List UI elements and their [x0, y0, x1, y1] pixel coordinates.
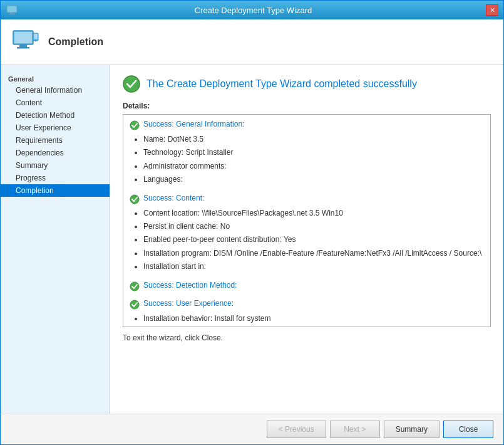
- svg-rect-4: [14, 32, 32, 43]
- sidebar: General General Information Content Dete…: [1, 65, 110, 414]
- sidebar-group-general: General: [1, 73, 110, 84]
- details-box[interactable]: Success: General Information: Name: DotN…: [123, 114, 491, 327]
- window-body: Completion General General Information C…: [1, 19, 503, 444]
- title-bar: Create Deployment Type Wizard ✕: [1, 1, 503, 19]
- success-icon-content: [130, 194, 140, 204]
- user-exp-success-line: Success: User Experience:: [130, 299, 484, 310]
- content-label: Success: Content:: [143, 194, 204, 202]
- general-info-label: Success: General Information:: [143, 120, 244, 128]
- success-icon-large: [123, 75, 140, 93]
- sidebar-item-user-experience[interactable]: User Experience: [1, 122, 110, 134]
- content-bullets: Content location: \\file\SourceFiles\Pac…: [143, 207, 484, 273]
- close-button[interactable]: ✕: [486, 4, 498, 16]
- svg-rect-0: [7, 6, 17, 13]
- bullet-install-program: Installation program: DISM /Online /Enab…: [143, 247, 484, 259]
- sidebar-item-progress[interactable]: Progress: [1, 172, 110, 184]
- detection-label: Success: Detection Method:: [143, 281, 237, 290]
- bullet-install-behavior: Installation behavior: Install for syste…: [143, 312, 484, 325]
- svg-rect-6: [17, 47, 29, 49]
- user-exp-label: Success: User Experience:: [143, 299, 234, 308]
- success-header: The Create Deployment Type Wizard comple…: [123, 75, 491, 93]
- svg-point-9: [35, 40, 36, 41]
- detail-section-user-exp: Success: User Experience: Installation b…: [130, 299, 484, 327]
- svg-point-10: [123, 76, 140, 92]
- svg-rect-5: [19, 45, 27, 47]
- footer: < Previous Next > Summary Close: [1, 414, 503, 444]
- next-button[interactable]: Next >: [330, 421, 380, 438]
- svg-rect-8: [34, 34, 38, 39]
- main-content: General General Information Content Dete…: [1, 65, 503, 414]
- bullet-name: Name: DotNet 3.5: [143, 133, 484, 145]
- bullet-persist-cache: Persist in client cache: No: [143, 220, 484, 233]
- bullet-technology: Technology: Script Installer: [143, 146, 484, 159]
- sidebar-item-requirements[interactable]: Requirements: [1, 134, 110, 147]
- header-section: Completion: [1, 19, 503, 65]
- sidebar-item-completion[interactable]: Completion: [1, 184, 110, 197]
- general-info-success-line: Success: General Information:: [130, 120, 484, 130]
- detection-success-line: Success: Detection Method:: [130, 281, 484, 291]
- sidebar-item-content[interactable]: Content: [1, 97, 110, 109]
- header-title: Completion: [48, 36, 103, 48]
- success-icon-general: [130, 120, 140, 130]
- sidebar-item-summary[interactable]: Summary: [1, 159, 110, 172]
- bullet-peer-content: Enabled peer-to-peer content distributio…: [143, 233, 484, 246]
- sidebar-item-dependencies[interactable]: Dependencies: [1, 147, 110, 159]
- content-success-line: Success: Content:: [130, 194, 484, 204]
- sidebar-item-detection-method[interactable]: Detection Method: [1, 109, 110, 122]
- title-controls: ✕: [486, 4, 498, 16]
- svg-rect-2: [9, 14, 15, 15]
- detail-section-general: Success: General Information: Name: DotN…: [130, 120, 484, 186]
- bullet-install-start: Installation start in:: [143, 260, 484, 273]
- detail-section-detection: Success: Detection Method:: [130, 281, 484, 291]
- wizard-window: Create Deployment Type Wizard ✕ Completi…: [0, 0, 504, 445]
- success-icon-detection: [130, 281, 140, 291]
- header-computer-icon: [11, 27, 41, 57]
- detail-section-content: Success: Content: Content location: \\fi…: [130, 194, 484, 273]
- success-title: The Create Deployment Type Wizard comple…: [147, 78, 417, 90]
- success-icon-user-exp: [130, 300, 140, 310]
- close-button-footer[interactable]: Close: [443, 421, 493, 438]
- previous-button[interactable]: < Previous: [267, 421, 326, 438]
- svg-rect-1: [10, 13, 14, 14]
- bullet-content-location: Content location: \\file\SourceFiles\Pac…: [143, 207, 484, 219]
- window-icon: [6, 4, 18, 16]
- general-info-bullets: Name: DotNet 3.5 Technology: Script Inst…: [143, 133, 484, 186]
- content-area: The Create Deployment Type Wizard comple…: [110, 65, 503, 414]
- user-exp-bullets: Installation behavior: Install for syste…: [143, 312, 484, 327]
- bullet-languages: Languages:: [143, 173, 484, 186]
- summary-button[interactable]: Summary: [384, 421, 440, 438]
- exit-text: To exit the wizard, click Close.: [123, 333, 491, 342]
- details-label: Details:: [123, 102, 491, 110]
- bullet-login-requirement: Login requirement: Whether or not a user…: [143, 325, 484, 327]
- window-title: Create Deployment Type Wizard: [21, 6, 486, 15]
- bullet-admin-comments: Administrator comments:: [143, 160, 484, 172]
- sidebar-item-general-information[interactable]: General Information: [1, 84, 110, 97]
